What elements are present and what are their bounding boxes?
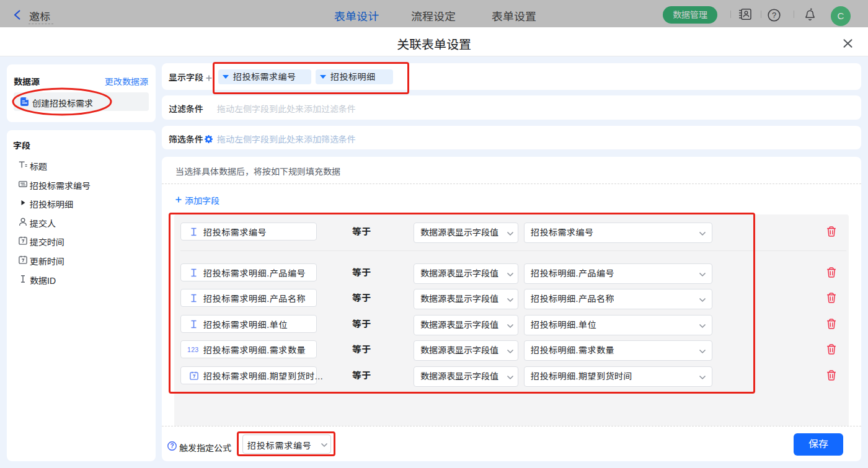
svg-text:?: ?: [772, 11, 776, 20]
svg-text:?: ?: [170, 443, 174, 449]
